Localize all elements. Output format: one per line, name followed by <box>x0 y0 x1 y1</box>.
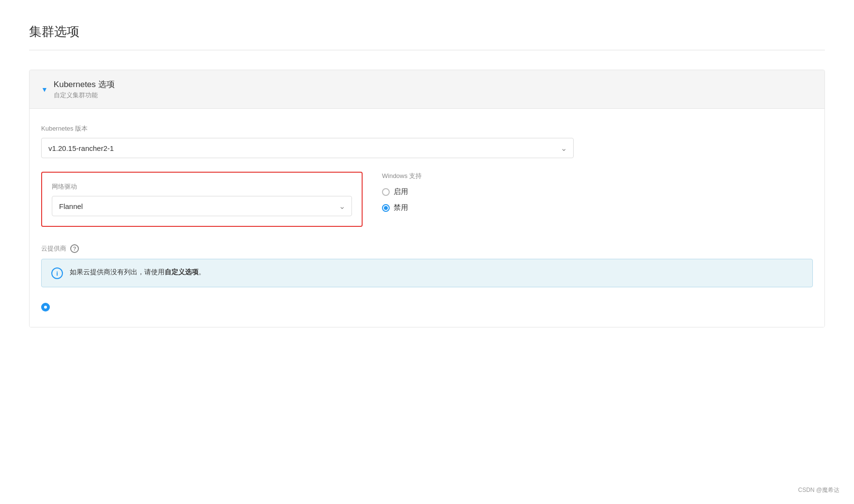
network-driver-highlighted-box: 网络驱动 Flannel Calico Canal Weave ⌄ <box>41 172 363 227</box>
section-subtitle: 自定义集群功能 <box>54 91 115 100</box>
page-title: 集群选项 <box>29 23 825 40</box>
kubernetes-version-select-wrapper: v1.20.15-rancher2-1 v1.19.16-rancher1-2 … <box>41 138 574 158</box>
cloud-provider-banner-text: 如果云提供商没有列出，请使用自定义选项。 <box>70 267 205 277</box>
windows-support-radio-group: 启用 禁用 <box>382 187 422 212</box>
cloud-provider-section: 云提供商 ? i 如果云提供商没有列出，请使用自定义选项。 <box>41 244 813 287</box>
cloud-provider-info-banner: i 如果云提供商没有列出，请使用自定义选项。 <box>41 259 813 287</box>
bottom-section <box>41 303 813 311</box>
section-header: ▼ Kubernetes 选项 自定义集群功能 <box>30 70 824 109</box>
windows-support-disable-label: 禁用 <box>394 203 408 212</box>
network-windows-row: 网络驱动 Flannel Calico Canal Weave ⌄ Window… <box>41 172 813 227</box>
cloud-provider-label-row: 云提供商 ? <box>41 244 813 253</box>
windows-support-enable-radio[interactable] <box>382 188 390 196</box>
windows-support-label: Windows 支持 <box>382 172 422 180</box>
network-driver-select-wrapper: Flannel Calico Canal Weave ⌄ <box>52 196 352 216</box>
watermark: CSDN @魔希达 <box>798 486 839 494</box>
cloud-provider-label: 云提供商 <box>41 244 66 253</box>
cloud-provider-info-icon[interactable]: ? <box>70 244 79 253</box>
section-divider <box>29 50 825 50</box>
windows-support-enable-label: 启用 <box>394 187 408 196</box>
kubernetes-version-field: Kubernetes 版本 v1.20.15-rancher2-1 v1.19.… <box>41 124 813 158</box>
network-driver-select[interactable]: Flannel Calico Canal Weave <box>52 196 352 216</box>
section-body: Kubernetes 版本 v1.20.15-rancher2-1 v1.19.… <box>30 109 824 327</box>
windows-support-disable-option[interactable]: 禁用 <box>382 203 422 212</box>
network-driver-label: 网络驱动 <box>52 182 352 191</box>
bottom-indicator-icon <box>41 303 50 311</box>
kubernetes-version-label: Kubernetes 版本 <box>41 124 813 133</box>
windows-support-enable-option[interactable]: 启用 <box>382 187 422 196</box>
windows-support-box: Windows 支持 启用 禁用 <box>382 172 422 212</box>
chevron-down-icon: ▼ <box>41 86 48 93</box>
windows-support-disable-radio[interactable] <box>382 204 390 212</box>
kubernetes-options-panel: ▼ Kubernetes 选项 自定义集群功能 Kubernetes 版本 v1… <box>29 70 825 327</box>
info-icon: i <box>51 267 63 279</box>
kubernetes-version-select[interactable]: v1.20.15-rancher2-1 v1.19.16-rancher1-2 … <box>41 138 574 158</box>
section-header-content: Kubernetes 选项 自定义集群功能 <box>54 79 115 100</box>
section-title: Kubernetes 选项 <box>54 79 115 90</box>
